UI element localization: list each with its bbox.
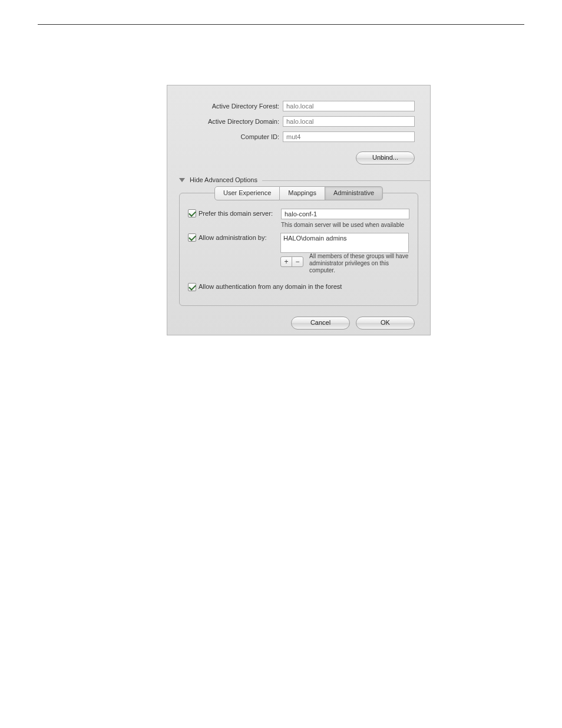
domain-input[interactable] (283, 116, 415, 127)
advanced-options-pane: User Experience Mappings Administrative … (179, 193, 418, 306)
dialog-buttons: Cancel OK (167, 317, 430, 330)
ad-bind-dialog: Active Directory Forest: Active Director… (167, 85, 431, 335)
prefer-server-hint: This domain server will be used when ava… (281, 222, 409, 228)
ok-button[interactable]: OK (356, 317, 415, 330)
computer-id-input[interactable] (283, 131, 415, 142)
forest-label: Active Directory Forest: (167, 103, 283, 110)
unbind-row: Unbind... (167, 151, 430, 164)
forest-input[interactable] (283, 101, 415, 111)
computer-id-row: Computer ID: (167, 129, 430, 144)
computer-id-label: Computer ID: (167, 133, 283, 140)
allow-admin-row: Allow administration by: HALO\domain adm… (188, 233, 409, 274)
unbind-button[interactable]: Unbind... (356, 151, 415, 164)
allow-auth-checkbox[interactable] (188, 283, 196, 291)
prefer-server-row: Prefer this domain server: This domain s… (188, 209, 409, 228)
allow-admin-label: Allow administration by: (199, 233, 280, 241)
allow-auth-label: Allow authentication from any domain in … (199, 283, 342, 290)
tab-administrative[interactable]: Administrative (325, 186, 383, 200)
allow-admin-checkbox[interactable] (188, 233, 196, 242)
forest-row: Active Directory Forest: (167, 98, 430, 114)
domain-row: Active Directory Domain: (167, 114, 430, 129)
prefer-server-input[interactable] (281, 209, 409, 219)
tabbar: User Experience Mappings Administrative (180, 186, 418, 200)
groups-note: All members of these groups will have ad… (309, 253, 409, 274)
prefer-server-label: Prefer this domain server: (199, 209, 281, 217)
domain-label: Active Directory Domain: (167, 118, 283, 125)
admin-group-item[interactable]: HALO\domain admins (283, 235, 406, 242)
form-rows: Active Directory Forest: Active Director… (167, 98, 430, 144)
disclosure-triangle-icon (179, 178, 185, 182)
tab-user-experience[interactable]: User Experience (214, 186, 280, 200)
allow-auth-row: Allow authentication from any domain in … (188, 282, 409, 291)
cancel-button[interactable]: Cancel (291, 317, 350, 330)
remove-group-button[interactable]: − (292, 257, 303, 266)
add-remove-group: + − (280, 256, 303, 267)
tab-mappings[interactable]: Mappings (280, 186, 325, 200)
disclosure-label: Hide Advanced Options (190, 176, 257, 183)
page-top-rule (38, 24, 524, 25)
add-group-button[interactable]: + (281, 257, 292, 266)
advanced-options-disclosure[interactable]: Hide Advanced Options (167, 176, 430, 183)
disclosure-line (262, 180, 430, 181)
prefer-server-checkbox[interactable] (188, 209, 196, 218)
admin-groups-list[interactable]: HALO\domain admins (280, 233, 409, 253)
